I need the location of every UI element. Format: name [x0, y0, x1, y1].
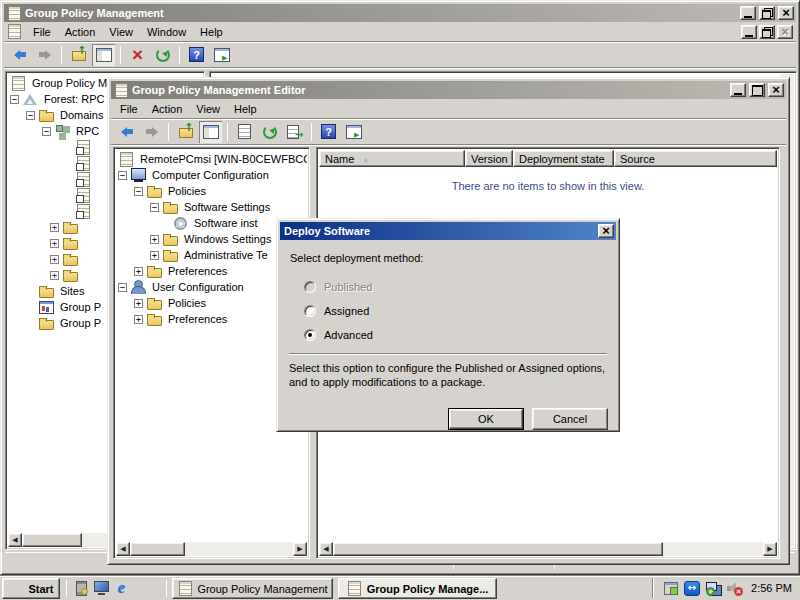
- main-window-title: Group Policy Management: [25, 7, 164, 19]
- tree-expander[interactable]: +: [50, 223, 59, 232]
- tree-item-label: Group P: [58, 300, 103, 314]
- column-header-label: Name: [325, 153, 369, 165]
- scroll-thumb[interactable]: [333, 542, 663, 556]
- editor-list-hscrollbar[interactable]: ◀ ▶: [319, 542, 777, 556]
- ok-button[interactable]: OK: [448, 408, 524, 430]
- tree-expander[interactable]: −: [118, 171, 127, 180]
- mdi-close-button-disabled: [777, 25, 793, 39]
- column-header[interactable]: Name: [319, 150, 465, 167]
- scroll-right-icon[interactable]: ▶: [293, 542, 307, 556]
- volume-muted-icon[interactable]: ×: [726, 580, 742, 596]
- scroll-left-icon[interactable]: ◀: [116, 542, 130, 556]
- taskbar-window-button[interactable]: Group Policy Management: [172, 578, 333, 599]
- start-button[interactable]: Start: [2, 578, 60, 599]
- radio-button-icon[interactable]: [304, 329, 316, 341]
- teamviewer-icon[interactable]: [684, 581, 700, 596]
- menu-item[interactable]: View: [189, 100, 227, 118]
- tree-expander[interactable]: −: [150, 203, 159, 212]
- editor-maximize-button[interactable]: [749, 83, 765, 97]
- show-desktop-icon[interactable]: [93, 580, 109, 596]
- mdi-restore-button[interactable]: [759, 25, 775, 39]
- main-title-bar[interactable]: Group Policy Management: [4, 4, 796, 22]
- close-button[interactable]: [778, 6, 794, 20]
- help-icon[interactable]: [321, 124, 336, 139]
- back-icon[interactable]: [8, 44, 31, 66]
- taskbar-clock[interactable]: 2:56 PM: [751, 582, 792, 594]
- tree-expander[interactable]: +: [50, 271, 59, 280]
- tree-item-label: Policies: [166, 184, 208, 198]
- cancel-button[interactable]: Cancel: [532, 408, 608, 430]
- radio-button-icon[interactable]: [304, 281, 316, 293]
- menu-item[interactable]: Action: [58, 23, 103, 41]
- menu-item[interactable]: Help: [227, 100, 264, 118]
- tree-item-icon: [162, 231, 178, 247]
- column-header[interactable]: Source: [614, 150, 777, 167]
- tree-expander[interactable]: −: [118, 283, 127, 292]
- tree-expander[interactable]: −: [26, 111, 35, 120]
- show-console-tree-icon[interactable]: [96, 47, 112, 63]
- scroll-right-icon[interactable]: ▶: [763, 542, 777, 556]
- tree-row[interactable]: − Computer Configuration: [116, 167, 307, 183]
- tree-expander[interactable]: +: [134, 315, 143, 324]
- radio-option[interactable]: Published: [304, 279, 373, 295]
- taskbar-window-button[interactable]: Group Policy Manage...: [338, 578, 497, 599]
- menu-item[interactable]: File: [113, 100, 145, 118]
- tree-expander[interactable]: +: [150, 251, 159, 260]
- mdi-child-system-icon[interactable]: [6, 24, 22, 40]
- editor-minimize-button[interactable]: [730, 83, 746, 97]
- radio-button-icon[interactable]: [304, 305, 316, 317]
- tree-expander[interactable]: +: [134, 267, 143, 276]
- tree-expander[interactable]: −: [134, 187, 143, 196]
- scroll-thumb[interactable]: [130, 542, 185, 556]
- restore-button[interactable]: [759, 6, 775, 20]
- help-icon[interactable]: [189, 47, 204, 62]
- tree-expander[interactable]: +: [150, 235, 159, 244]
- up-one-level-icon[interactable]: [178, 124, 194, 140]
- menu-item[interactable]: Action: [145, 100, 190, 118]
- menu-item[interactable]: View: [102, 23, 140, 41]
- radio-option[interactable]: Assigned: [304, 303, 373, 319]
- dialog-close-icon[interactable]: [598, 224, 614, 238]
- internet-explorer-icon[interactable]: [113, 580, 129, 596]
- show-console-tree-icon[interactable]: [203, 124, 219, 140]
- minimize-button[interactable]: [740, 6, 756, 20]
- server-manager-icon[interactable]: [73, 580, 89, 596]
- mdi-minimize-button[interactable]: [741, 25, 757, 39]
- display-status-icon[interactable]: [663, 580, 679, 596]
- export-list-icon[interactable]: [287, 124, 303, 140]
- tree-item-label: Software Settings: [182, 200, 272, 214]
- column-header[interactable]: Deployment state: [513, 150, 614, 167]
- tree-row[interactable]: RemotePCmsi [WIN-B0CEWFBCCU: [116, 151, 307, 167]
- tree-expander[interactable]: −: [10, 95, 19, 104]
- back-icon[interactable]: [115, 121, 138, 143]
- dialog-title-bar[interactable]: Deploy Software: [280, 222, 616, 240]
- taskbar: Start Group Policy Management Group Poli…: [0, 575, 800, 600]
- tree-row[interactable]: − Policies: [116, 183, 307, 199]
- menu-item[interactable]: Window: [140, 23, 193, 41]
- menu-item[interactable]: Help: [193, 23, 230, 41]
- forward-icon[interactable]: [140, 121, 163, 143]
- tree-row[interactable]: − Software Settings: [116, 199, 307, 215]
- editor-close-button[interactable]: [768, 83, 784, 97]
- properties-icon[interactable]: [237, 124, 253, 140]
- radio-option[interactable]: Advanced: [304, 327, 373, 343]
- show-action-pane-icon[interactable]: [214, 47, 230, 63]
- refresh-icon[interactable]: [155, 47, 171, 63]
- forward-icon[interactable]: [33, 44, 56, 66]
- scroll-left-icon[interactable]: ◀: [8, 533, 22, 547]
- editor-title-bar[interactable]: Group Policy Management Editor: [111, 81, 786, 99]
- network-status-icon[interactable]: [705, 580, 721, 596]
- column-header[interactable]: Version: [465, 150, 513, 167]
- scroll-left-icon[interactable]: ◀: [319, 542, 333, 556]
- refresh-icon[interactable]: [262, 124, 278, 140]
- up-one-level-icon[interactable]: [71, 47, 87, 63]
- tree-expander[interactable]: +: [134, 299, 143, 308]
- scroll-thumb[interactable]: [22, 533, 82, 547]
- tree-expander[interactable]: +: [50, 239, 59, 248]
- menu-item[interactable]: File: [26, 23, 58, 41]
- show-action-pane-icon[interactable]: [346, 124, 362, 140]
- tree-expander[interactable]: −: [42, 127, 51, 136]
- delete-icon[interactable]: [130, 47, 146, 63]
- editor-tree-hscrollbar[interactable]: ◀ ▶: [116, 542, 307, 556]
- tree-expander[interactable]: +: [50, 255, 59, 264]
